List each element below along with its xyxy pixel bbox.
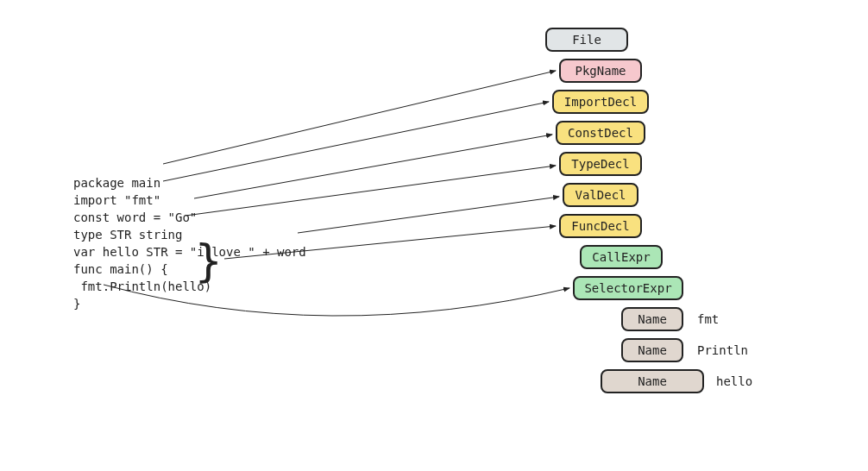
node-importdecl: ImportDecl xyxy=(552,90,649,114)
node-file: File xyxy=(545,28,628,52)
node-constdecl: ConstDecl xyxy=(556,121,645,145)
side-label-println: Println xyxy=(697,343,748,357)
code-line-8: } xyxy=(73,297,80,311)
big-brace: } xyxy=(195,238,222,283)
node-typedecl-label: TypeDecl xyxy=(571,157,629,171)
node-constdecl-label: ConstDecl xyxy=(568,126,633,140)
node-importdecl-label: ImportDecl xyxy=(564,95,637,109)
node-callexpr: CallExpr xyxy=(580,245,663,269)
code-line-5: var hello STR = "i love " + word xyxy=(73,245,306,259)
code-line-7: fmt.Println(hello) xyxy=(73,279,211,293)
code-line-6: func main() { xyxy=(73,262,168,276)
node-funcdecl: FuncDecl xyxy=(559,214,642,238)
arrow-val xyxy=(298,197,559,233)
arrow-pkg xyxy=(163,71,556,164)
node-name-fmt-label: Name xyxy=(638,312,667,326)
node-typedecl: TypeDecl xyxy=(559,152,642,176)
node-name-hello: Name xyxy=(601,369,704,393)
node-name-hello-label: Name xyxy=(638,374,667,388)
node-pkgname-label: PkgName xyxy=(575,64,626,78)
code-line-3: const word = "Go" xyxy=(73,210,197,224)
side-label-hello: hello xyxy=(716,374,752,388)
side-label-fmt: fmt xyxy=(697,312,719,326)
code-line-4: type STR string xyxy=(73,228,182,242)
node-selectorexpr-label: SelectorExpr xyxy=(584,281,671,295)
code-line-1: package main xyxy=(73,176,160,190)
node-pkgname: PkgName xyxy=(559,59,642,83)
node-selectorexpr: SelectorExpr xyxy=(573,276,683,300)
node-valdecl-label: ValDecl xyxy=(575,188,626,202)
code-block: package main import "fmt" const word = "… xyxy=(73,157,306,312)
node-funcdecl-label: FuncDecl xyxy=(571,219,629,233)
node-callexpr-label: CallExpr xyxy=(592,250,650,264)
node-name-fmt: Name xyxy=(621,307,683,331)
code-line-2: import "fmt" xyxy=(73,193,160,207)
node-name-println: Name xyxy=(621,338,683,362)
node-valdecl: ValDecl xyxy=(563,183,638,207)
node-file-label: File xyxy=(572,33,601,47)
node-name-println-label: Name xyxy=(638,343,667,357)
